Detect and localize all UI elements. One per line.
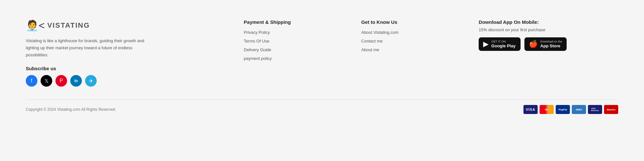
payment-shipping-column: Payment & Shipping Privacy Policy Terms … [244,19,348,87]
app-store-text: Download on the App Store [540,40,562,48]
google-play-icon: ▶ [483,40,489,48]
copyright-text: Copyright © 2024 Vistating.com All Right… [26,107,116,112]
app-column: Download App On Mobile: 15% discount on … [479,19,618,87]
google-play-text: GET IT ON Google Play [491,40,515,48]
terms-of-use-link[interactable]: Terms Of Use [244,39,348,43]
twitter-icon[interactable]: 𝕏 [41,75,52,87]
social-icons: f 𝕏 P in ✈ [26,75,148,87]
about-vistating-link[interactable]: About Vistating.com [361,30,466,35]
pinterest-icon[interactable]: P [55,75,67,87]
amex-icon: AMEX [572,105,586,114]
footer: 🧑‍💼< VISTATING Vistating is like a light… [0,0,644,120]
app-discount: 15% discount on your first purchase [479,27,618,32]
google-play-small: GET IT ON [491,40,515,43]
delivery-guide-link[interactable]: Delivery Guide [244,47,348,52]
app-store-badge[interactable]: 🍎 Download on the App Store [524,37,567,51]
footer-top: 🧑‍💼< VISTATING Vistating is like a light… [26,19,618,87]
contact-me-link[interactable]: Contact me [361,39,466,43]
logo-area: 🧑‍💼< VISTATING [26,19,148,32]
about-me-link[interactable]: About me [361,47,466,52]
subscribe-label: Subscribe us [26,66,148,71]
logo-icon: 🧑‍💼< [26,19,45,32]
app-store-small: Download on the [540,40,562,43]
google-play-badge[interactable]: ▶ GET IT ON Google Play [479,37,521,51]
footer-bottom: Copyright © 2024 Vistating.com All Right… [26,99,618,114]
privacy-policy-link[interactable]: Privacy Policy [244,30,348,35]
visa-electron-icon: VISAElectron [588,105,602,114]
payment-icons: VISA MC PayPal AMEX VISAElectron Maestro [523,105,618,114]
payment-shipping-heading: Payment & Shipping [244,19,348,25]
app-badges: ▶ GET IT ON Google Play 🍎 Download on th… [479,37,618,51]
facebook-icon[interactable]: f [26,75,37,87]
google-play-big: Google Play [491,43,515,49]
brand-description: Vistating is like a lighthouse for brand… [26,37,148,59]
spacer [161,19,231,87]
app-heading: Download App On Mobile: [479,19,618,25]
linkedin-icon[interactable]: in [70,75,82,87]
brand-column: 🧑‍💼< VISTATING Vistating is like a light… [26,19,148,87]
telegram-icon[interactable]: ✈ [85,75,97,87]
mastercard-icon: MC [540,105,554,114]
apple-icon: 🍎 [529,40,538,48]
maestro-icon: Maestro [604,105,618,114]
payment-policy-link[interactable]: payment policy [244,56,348,61]
get-to-know-column: Get to Know Us About Vistating.com Conta… [361,19,466,87]
app-store-big: App Store [540,43,562,49]
paypal-icon: PayPal [556,105,570,114]
visa-card-icon: VISA [523,105,538,114]
get-to-know-heading: Get to Know Us [361,19,466,25]
logo-text: VISTATING [47,21,90,30]
